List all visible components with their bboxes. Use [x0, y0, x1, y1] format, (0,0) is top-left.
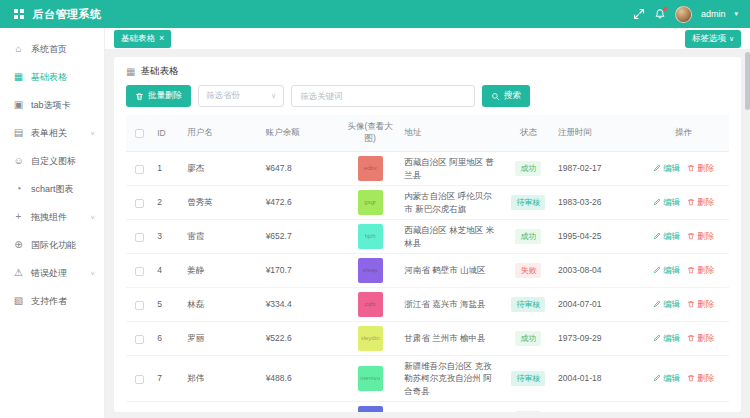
notification-bell-icon[interactable] — [654, 8, 666, 20]
delete-button[interactable]: 删除 — [687, 332, 714, 344]
cell-id: 1 — [153, 152, 183, 186]
sidebar-item-label: 自定义图标 — [31, 155, 76, 168]
sidebar-item-forms[interactable]: ▤表单相关∨ — [0, 119, 104, 147]
keyword-input[interactable] — [291, 85, 475, 107]
home-icon: ⌂ — [13, 44, 24, 54]
toolbar: 批量删除 筛选省份 ∨ 搜索 — [126, 85, 729, 107]
status-badge: 失败 — [515, 263, 541, 279]
edit-button[interactable]: 编辑 — [653, 230, 680, 242]
sidebar-item-label: 系统首页 — [31, 43, 67, 56]
sidebar-item-i18n[interactable]: ⊕国际化功能 — [0, 231, 104, 259]
user-avatar-thumbnail[interactable]: hjch — [358, 224, 383, 249]
cell-id: 8 — [153, 401, 183, 412]
cell-address: 山西省 太原市 迎泽区 — [400, 401, 503, 412]
user-avatar-thumbnail[interactable]: cqfti — [358, 292, 383, 317]
cell-id: 5 — [153, 288, 183, 322]
page-title: 基础表格 — [140, 65, 178, 78]
delete-button[interactable]: 删除 — [687, 372, 714, 384]
delete-button[interactable]: 删除 — [687, 196, 714, 208]
support-icon: ▧ — [13, 296, 24, 306]
cell-username: 姜静 — [183, 254, 261, 288]
province-select[interactable]: 筛选省份 ∨ — [198, 85, 284, 107]
warning-icon: ⚠ — [13, 268, 24, 278]
scrollbar[interactable] — [745, 50, 750, 418]
collapse-menu-icon[interactable] — [14, 9, 24, 19]
edit-button[interactable]: 编辑 — [653, 196, 680, 208]
edit-button[interactable]: 编辑 — [653, 162, 680, 174]
sidebar-item-schart[interactable]: ◔schart图表 — [0, 175, 104, 203]
col-username: 用户名 — [183, 115, 261, 152]
user-avatar-thumbnail[interactable]: edbx — [358, 156, 383, 181]
chart-icon: ◔ — [13, 184, 24, 194]
status-badge: 失败 — [515, 411, 541, 412]
cell-address: 西藏自治区 林芝地区 米林县 — [400, 220, 503, 254]
row-checkbox[interactable] — [135, 301, 144, 310]
sidebar-item-support[interactable]: ▧支持作者 — [0, 287, 104, 315]
user-avatar-thumbnail[interactable]: gxgr — [358, 190, 383, 215]
edit-button[interactable]: 编辑 — [653, 298, 680, 310]
row-checkbox[interactable] — [135, 375, 144, 384]
sidebar-item-label: 拖拽组件 — [31, 211, 67, 224]
delete-button[interactable]: 删除 — [687, 230, 714, 242]
top-header: 后台管理系统 admin ▾ — [0, 0, 750, 28]
delete-button[interactable]: 删除 — [687, 162, 714, 174]
col-status: 状态 — [503, 115, 554, 152]
fullscreen-icon[interactable] — [633, 8, 645, 20]
sidebar-item-custom-icons[interactable]: ☺自定义图标 — [0, 147, 104, 175]
chevron-down-icon: ∨ — [729, 35, 734, 43]
batch-delete-label: 批量删除 — [148, 90, 182, 102]
user-menu-caret-icon[interactable]: ▾ — [734, 10, 738, 18]
table-icon: ▦ — [126, 67, 135, 77]
select-all-checkbox[interactable] — [135, 129, 144, 138]
user-avatar-thumbnail[interactable]: sfeap — [358, 258, 383, 283]
sidebar-item-tabs[interactable]: ▣tab选项卡 — [0, 91, 104, 119]
sidebar-item-basic-table[interactable]: ▦基础表格 — [0, 63, 104, 91]
delete-button[interactable]: 删除 — [687, 264, 714, 276]
search-button[interactable]: 搜索 — [482, 85, 530, 107]
cell-balance: ¥522.6 — [262, 322, 340, 356]
row-checkbox[interactable] — [135, 267, 144, 276]
sidebar-item-label: 错误处理 — [31, 267, 67, 280]
tabs-icon: ▣ — [13, 100, 24, 110]
edit-button[interactable]: 编辑 — [653, 264, 680, 276]
username[interactable]: admin — [701, 9, 726, 19]
cell-balance: ¥334.4 — [262, 288, 340, 322]
row-checkbox[interactable] — [135, 233, 144, 242]
smile-icon: ☺ — [13, 156, 24, 166]
cell-id: 3 — [153, 220, 183, 254]
sidebar-item-label: 支持作者 — [31, 295, 67, 308]
chevron-down-icon: ∨ — [271, 92, 276, 100]
sidebar-item-home[interactable]: ⌂系统首页 — [0, 35, 104, 63]
cell-username: 廖杰 — [183, 152, 261, 186]
topbar-actions: admin ▾ — [633, 6, 738, 23]
row-checkbox[interactable] — [135, 199, 144, 208]
status-badge: 待审核 — [511, 371, 545, 387]
delete-button[interactable]: 删除 — [687, 298, 714, 310]
tab-basic-table[interactable]: 基础表格 × — [114, 30, 171, 48]
user-avatar-thumbnail[interactable]: rhebach — [358, 406, 383, 412]
user-avatar-thumbnail[interactable]: memvu — [358, 366, 383, 391]
scrollbar-thumb[interactable] — [745, 52, 750, 110]
cell-register-date: 1973-09-29 — [554, 322, 638, 356]
col-avatar: 头像(查看大图) — [340, 115, 400, 152]
chevron-down-icon: ∨ — [90, 214, 95, 220]
sidebar-item-errors[interactable]: ⚠错误处理∨ — [0, 259, 104, 287]
search-label: 搜索 — [504, 90, 521, 102]
batch-delete-button[interactable]: 批量删除 — [126, 85, 191, 107]
cell-address: 新疆维吾尔自治区 克孜勒苏柯尔克孜自治州 阿合奇县 — [400, 356, 503, 402]
table-row: 8丁静¥407.5rhebach山西省 太原市 迎泽区失败1991-09-26 … — [126, 401, 729, 412]
edit-button[interactable]: 编辑 — [653, 332, 680, 344]
sidebar-item-drag[interactable]: +拖拽组件∨ — [0, 203, 104, 231]
tag-options-button[interactable]: 标签选项 ∨ — [685, 30, 741, 48]
row-checkbox[interactable] — [135, 335, 144, 344]
user-avatar[interactable] — [675, 6, 692, 23]
sidebar-item-label: 表单相关 — [31, 127, 67, 140]
user-avatar-thumbnail[interactable]: xleydtn — [358, 326, 383, 351]
row-checkbox[interactable] — [135, 165, 144, 174]
app-window: 后台管理系统 admin ▾ ⌂系统首页▦基础表格▣tab选项卡▤表单相关∨☺自… — [0, 0, 750, 418]
col-id: ID — [153, 115, 183, 152]
tab-close-icon[interactable]: × — [159, 34, 164, 43]
edit-button[interactable]: 编辑 — [653, 372, 680, 384]
cell-username: 林磊 — [183, 288, 261, 322]
card-title-row: ▦ 基础表格 — [126, 65, 729, 78]
